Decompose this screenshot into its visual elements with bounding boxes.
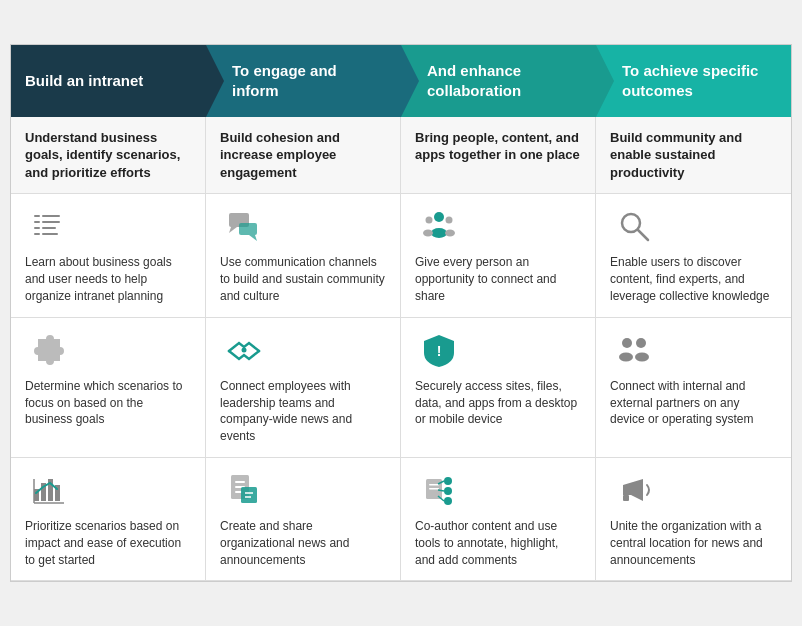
header-label-4: To achieve specific outcomes — [622, 61, 777, 100]
svg-rect-49 — [623, 495, 629, 501]
svg-marker-11 — [249, 235, 257, 241]
megaphone-icon — [610, 470, 658, 510]
cell-r1-c3: Give every person an opportunity to conn… — [401, 194, 596, 316]
content-row-1: Learn about business goals and user need… — [11, 194, 791, 317]
svg-point-23 — [619, 352, 633, 361]
svg-point-44 — [444, 497, 452, 505]
svg-line-46 — [438, 490, 444, 491]
subheader-cell-1: Understand business goals, identify scen… — [11, 117, 206, 194]
svg-rect-2 — [34, 221, 40, 223]
cell-r3-c4: Unite the organization with a central lo… — [596, 458, 791, 580]
content-row-2: Determine which scenarios to focus on ba… — [11, 318, 791, 458]
svg-rect-3 — [42, 221, 60, 223]
cell-r2-c3: ! Securely access sites, files, data, an… — [401, 318, 596, 457]
handshake-icon — [220, 330, 268, 370]
cell-r3-c1: Prioritize scenarios based on impact and… — [11, 458, 206, 580]
svg-marker-9 — [229, 227, 237, 233]
users-icon — [610, 330, 658, 370]
svg-point-22 — [622, 338, 632, 348]
puzzle-icon — [25, 330, 73, 370]
cell-text-r1-c4: Enable users to discover content, find e… — [610, 254, 777, 304]
cell-r2-c1: Determine which scenarios to focus on ba… — [11, 318, 206, 457]
cell-text-r2-c2: Connect employees with leadership teams … — [220, 378, 386, 445]
svg-text:!: ! — [437, 343, 442, 359]
cell-text-r1-c3: Give every person an opportunity to conn… — [415, 254, 581, 304]
cell-r2-c2: Connect employees with leadership teams … — [206, 318, 401, 457]
header-cell-2: To engage and inform — [206, 45, 401, 117]
header-cell-3: And enhance collaboration — [401, 45, 596, 117]
svg-point-15 — [423, 230, 433, 237]
header-label-2: To engage and inform — [232, 61, 387, 100]
svg-rect-10 — [239, 223, 257, 235]
svg-line-19 — [638, 230, 648, 240]
svg-point-20 — [242, 347, 247, 352]
cell-text-r1-c2: Use communication channels to build and … — [220, 254, 386, 304]
header-row: Build an intranet To engage and inform A… — [11, 45, 791, 117]
subheader-cell-2: Build cohesion and increase employee eng… — [206, 117, 401, 194]
cell-text-r3-c4: Unite the organization with a central lo… — [610, 518, 777, 568]
cell-r1-c2: Use communication channels to build and … — [206, 194, 401, 316]
header-label-1: Build an intranet — [25, 71, 143, 91]
svg-rect-1 — [42, 215, 60, 217]
svg-rect-36 — [241, 487, 257, 503]
chart-icon — [25, 470, 73, 510]
svg-rect-0 — [34, 215, 40, 217]
list-icon — [25, 206, 73, 246]
subheader-cell-4: Build community and enable sustained pro… — [596, 117, 791, 194]
subheader-cell-3: Bring people, content, and apps together… — [401, 117, 596, 194]
svg-point-16 — [446, 217, 453, 224]
svg-rect-4 — [34, 227, 40, 229]
share-icon — [415, 470, 463, 510]
search-icon — [610, 206, 658, 246]
svg-rect-35 — [235, 491, 242, 493]
cell-r1-c4: Enable users to discover content, find e… — [596, 194, 791, 316]
shield-icon: ! — [415, 330, 463, 370]
cell-text-r2-c1: Determine which scenarios to focus on ba… — [25, 378, 191, 428]
cell-text-r2-c3: Securely access sites, files, data, and … — [415, 378, 581, 428]
svg-point-13 — [431, 228, 447, 238]
svg-point-42 — [444, 477, 452, 485]
svg-rect-7 — [42, 233, 58, 235]
main-container: Build an intranet To engage and inform A… — [10, 44, 792, 583]
svg-point-14 — [426, 217, 433, 224]
svg-point-12 — [434, 212, 444, 222]
header-label-3: And enhance collaboration — [427, 61, 582, 100]
document-icon — [220, 470, 268, 510]
svg-point-24 — [636, 338, 646, 348]
cell-text-r3-c3: Co-author content and use tools to annot… — [415, 518, 581, 568]
svg-rect-6 — [34, 233, 40, 235]
svg-rect-33 — [235, 481, 245, 483]
cell-r2-c4: Connect with internal and external partn… — [596, 318, 791, 457]
cell-text-r3-c2: Create and share organizational news and… — [220, 518, 386, 568]
cell-text-r2-c4: Connect with internal and external partn… — [610, 378, 777, 428]
header-cell-4: To achieve specific outcomes — [596, 45, 791, 117]
cell-text-r3-c1: Prioritize scenarios based on impact and… — [25, 518, 191, 568]
svg-rect-41 — [429, 488, 439, 490]
subheader-row: Understand business goals, identify scen… — [11, 117, 791, 195]
svg-point-17 — [445, 230, 455, 237]
cell-text-r1-c1: Learn about business goals and user need… — [25, 254, 191, 304]
cell-r1-c1: Learn about business goals and user need… — [11, 194, 206, 316]
svg-point-43 — [444, 487, 452, 495]
people-icon — [415, 206, 463, 246]
chat-icon — [220, 206, 268, 246]
cell-r3-c3: Co-author content and use tools to annot… — [401, 458, 596, 580]
svg-rect-40 — [429, 484, 439, 486]
header-cell-1: Build an intranet — [11, 45, 206, 117]
cell-r3-c2: Create and share organizational news and… — [206, 458, 401, 580]
svg-rect-5 — [42, 227, 56, 229]
svg-point-25 — [635, 352, 649, 361]
content-row-3: Prioritize scenarios based on impact and… — [11, 458, 791, 581]
